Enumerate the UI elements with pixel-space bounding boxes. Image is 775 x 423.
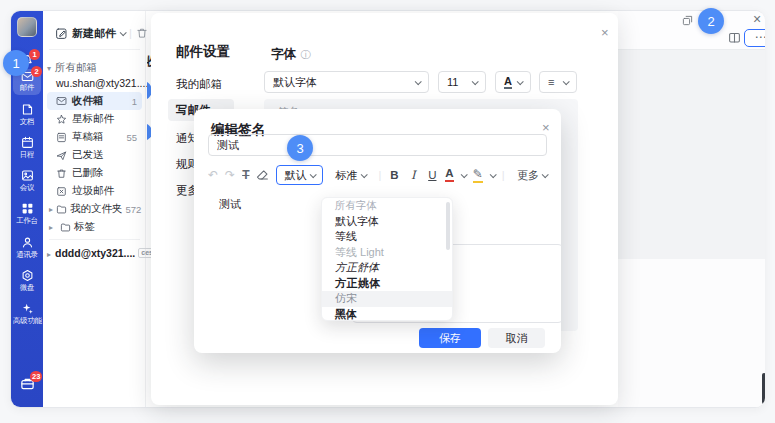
clear-format-icon[interactable]: T [242, 169, 249, 181]
toolbar-separator: | [378, 169, 381, 181]
chevron-down-icon[interactable] [460, 171, 467, 178]
trash-icon[interactable] [136, 27, 148, 39]
folder-my-folders[interactable]: ▸ 我的文件夹 572 [47, 200, 142, 218]
rail-item-contacts[interactable]: 通讯录 [13, 236, 41, 260]
folder-icon [56, 204, 67, 215]
calendar-icon [21, 136, 34, 149]
mail-badge: 2 [31, 66, 42, 77]
all-mailboxes-label: 所有邮箱 [55, 61, 97, 73]
people-icon [21, 236, 34, 249]
folder-junk[interactable]: 垃圾邮件 [47, 182, 142, 200]
highlight-color-button[interactable]: ✎ [473, 167, 483, 183]
chevron-down-icon [415, 78, 422, 85]
chevron-down-icon [542, 171, 549, 178]
dropdown-item-default-font[interactable]: 默认字体 [322, 214, 452, 230]
underline-button[interactable]: U [426, 169, 438, 181]
eraser-icon[interactable] [256, 169, 269, 181]
edit-dialog-close-icon[interactable]: × [542, 120, 550, 135]
account-secondary[interactable]: ▸dddd@xty321....ces [47, 247, 156, 259]
account-primary[interactable]: wu.shan@xty321.... [56, 77, 148, 89]
folder-name: 收件箱 [72, 94, 104, 108]
list-icon: ≡ [548, 76, 554, 88]
folder-count: 55 [126, 132, 142, 143]
dropdown-item-fangsong[interactable]: 仿宋 [322, 291, 452, 307]
dropdown-scrollbar-thumb[interactable] [446, 202, 450, 250]
user-avatar[interactable] [17, 17, 37, 37]
annotation-step-2: 2 [698, 8, 724, 34]
reading-pane-gray [618, 50, 765, 259]
style-button-label: 标准 [335, 168, 357, 183]
font-size-dropdown-button[interactable]: 标准 [330, 165, 371, 185]
folder-name: 我的文件夹 [70, 202, 123, 216]
sparkle-icon [21, 302, 34, 315]
annotation-step-3: 3 [287, 135, 313, 161]
rail-item-drive[interactable]: 微盘 [13, 269, 41, 293]
editor-content-text[interactable]: 测试 [219, 197, 241, 212]
redo-icon[interactable]: ↷ [225, 169, 235, 181]
star-icon [56, 114, 67, 125]
account-secondary-label: dddd@xty321.... [55, 247, 135, 259]
folder-pane: 新建邮件 | ▾所有邮箱 wu.shan@xty321.... 收件箱 1 星标… [43, 11, 146, 407]
cancel-button[interactable]: 取消 [488, 328, 545, 348]
default-font-select[interactable]: 默认字体 [264, 71, 429, 93]
rail-item-workbench[interactable]: 工作台 [13, 202, 41, 226]
all-mailboxes-group[interactable]: ▾所有邮箱 [47, 61, 97, 75]
font-color-button[interactable]: A [495, 71, 531, 93]
screenshot-root: 1 邮件 2 文档 日程 会议 [0, 0, 775, 423]
popout-icon[interactable] [682, 15, 693, 26]
folder-inbox[interactable]: 收件箱 1 [47, 92, 142, 110]
scrollbar-thumb[interactable] [762, 373, 765, 404]
list-format-button[interactable]: ≡ [539, 71, 577, 93]
folder-deleted[interactable]: 已删除 [47, 164, 142, 182]
send-icon [56, 150, 67, 161]
folder-drafts[interactable]: 草稿箱 55 [47, 128, 142, 146]
notification-badge: 1 [29, 49, 40, 60]
rail-label: 通讯录 [13, 250, 41, 260]
folder-name: 垃圾邮件 [72, 184, 114, 198]
chevron-down-icon [517, 78, 524, 85]
save-button[interactable]: 保存 [419, 328, 481, 348]
settings-nav-my-mailbox[interactable]: 我的邮箱 [176, 77, 222, 92]
rail-item-meeting[interactable]: 会议 [13, 169, 41, 193]
reading-layout-icon[interactable] [728, 31, 741, 44]
font-size-select[interactable]: 11 [438, 71, 486, 93]
dropdown-item-heiti[interactable]: 黑体 [322, 307, 452, 322]
chevron-down-icon[interactable] [489, 171, 496, 178]
folder-starred[interactable]: 星标邮件 [47, 110, 142, 128]
edit-signature-dialog: 编辑签名 × 测试 ↶ ↷ T 默认 标准 | B I U [194, 109, 561, 353]
toolbar-divider-line [618, 49, 765, 50]
font-button-label: 默认 [284, 168, 306, 183]
font-color-letter: A [504, 76, 512, 89]
rail-item-calendar[interactable]: 日程 [13, 136, 41, 160]
chevron-down-icon[interactable] [120, 29, 127, 36]
toolbar-divider: | [129, 27, 132, 39]
tag-folder-icon [60, 222, 71, 233]
rail-label: 文档 [13, 117, 41, 127]
undo-icon[interactable]: ↶ [208, 169, 218, 181]
rail-item-advanced[interactable]: 高级功能 [13, 302, 41, 326]
rail-item-docs[interactable]: 文档 [13, 103, 41, 127]
document-icon [21, 103, 34, 116]
more-options-button[interactable]: ⋯ [744, 29, 765, 47]
dropdown-item-dengxian-light[interactable]: 等线 Light [322, 245, 452, 261]
compose-button[interactable]: 新建邮件 | [55, 22, 148, 44]
inbox-icon [56, 96, 67, 106]
folder-sent[interactable]: 已发送 [47, 146, 142, 164]
italic-button[interactable]: I [407, 168, 419, 182]
toolbar-more-button[interactable]: 更多 [517, 168, 547, 183]
folder-count: 572 [126, 204, 147, 215]
bold-button[interactable]: B [388, 169, 400, 181]
folder-tags[interactable]: ▸ 标签 [47, 218, 142, 236]
account-divider [49, 239, 140, 240]
font-family-dropdown-button[interactable]: 默认 [276, 165, 323, 185]
signature-name-input[interactable]: 测试 [208, 134, 547, 156]
font-color-button[interactable]: A [445, 168, 453, 182]
dropdown-item-fangzheng-shuti[interactable]: 方正舒体 [322, 260, 452, 276]
dropdown-item-dengxian[interactable]: 等线 [322, 229, 452, 245]
toolbar-separator: | [502, 169, 505, 181]
settings-close-icon[interactable]: × [601, 25, 609, 40]
dropdown-item-fangzheng-yaoti[interactable]: 方正姚体 [322, 276, 452, 292]
expand-icon: ▸ [49, 223, 57, 232]
close-window-button[interactable]: × [753, 13, 761, 25]
background-reading-pane: | — × ⋯ [618, 11, 765, 407]
